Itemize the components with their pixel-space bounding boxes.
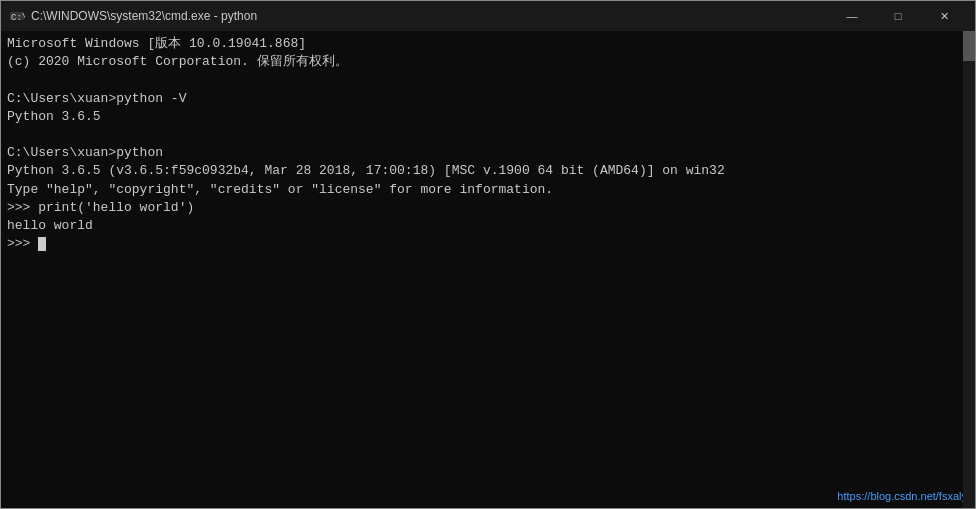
window-controls[interactable]: — □ ✕ [829, 1, 967, 31]
console-output: Microsoft Windows [版本 10.0.19041.868] (c… [7, 35, 969, 253]
window-title: C:\WINDOWS\system32\cmd.exe - python [31, 9, 257, 23]
titlebar: C:\ C:\WINDOWS\system32\cmd.exe - python… [1, 1, 975, 31]
scrollbar[interactable] [963, 31, 975, 508]
close-button[interactable]: ✕ [921, 1, 967, 31]
cursor [38, 237, 46, 251]
titlebar-left: C:\ C:\WINDOWS\system32\cmd.exe - python [9, 8, 257, 24]
console-body[interactable]: Microsoft Windows [版本 10.0.19041.868] (c… [1, 31, 975, 508]
maximize-button[interactable]: □ [875, 1, 921, 31]
minimize-button[interactable]: — [829, 1, 875, 31]
svg-text:C:\: C:\ [11, 13, 25, 23]
cmd-window: C:\ C:\WINDOWS\system32\cmd.exe - python… [0, 0, 976, 509]
scrollbar-thumb[interactable] [963, 31, 975, 61]
watermark: https://blog.csdn.net/fsxaly [837, 490, 967, 502]
cmd-icon: C:\ [9, 8, 25, 24]
